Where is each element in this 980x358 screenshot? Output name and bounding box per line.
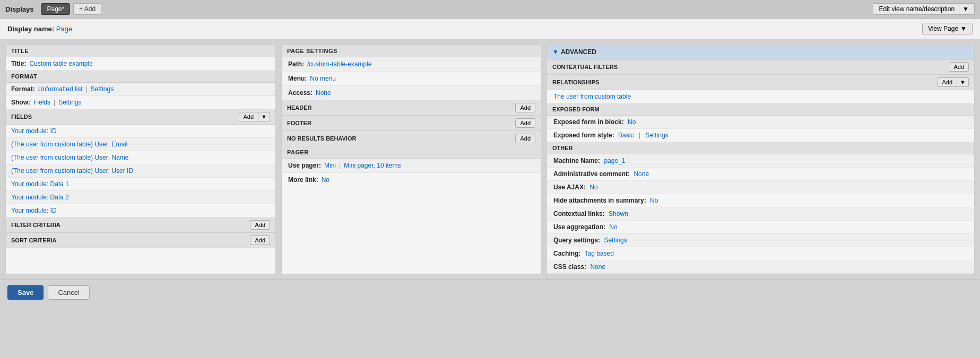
- field-link-6[interactable]: Your module: ID: [11, 207, 57, 214]
- path-row: Path: /custom-table-example: [282, 57, 541, 72]
- relationships-value-link[interactable]: The user from custom table: [547, 90, 974, 103]
- format-settings-link[interactable]: Settings: [91, 85, 114, 93]
- relationships-add-dropdown[interactable]: ▼: [957, 77, 969, 87]
- path-value-link[interactable]: /custom-table-example: [307, 60, 371, 68]
- contextual-filters-add-button[interactable]: Add: [949, 62, 969, 72]
- field-item-6: Your module: ID: [6, 204, 275, 217]
- header-section-header: HEADER Add: [282, 100, 541, 116]
- display-name-text: Display name: Page: [7, 25, 72, 33]
- use-ajax-row: Use AJAX: No: [547, 181, 974, 194]
- main-content: TITLE Title: Custom table example FORMAT…: [0, 39, 980, 280]
- sort-criteria-header: SORT CRITERIA Add: [6, 233, 275, 248]
- format-value-link[interactable]: Unformatted list: [38, 85, 83, 93]
- field-link-0[interactable]: Your module: ID: [11, 127, 57, 135]
- title-value-link[interactable]: Custom table example: [29, 60, 92, 67]
- access-value-link[interactable]: None: [316, 89, 331, 97]
- show-settings-link[interactable]: Settings: [58, 99, 81, 106]
- relationships-section: RELATIONSHIPS Add ▼: [547, 75, 974, 90]
- title-section-header: TITLE: [6, 45, 275, 57]
- display-name-row: Display name: Page View Page ▼: [0, 19, 980, 39]
- contextual-links-link[interactable]: Shown: [609, 210, 628, 217]
- field-link-5[interactable]: Your module: Data 2: [11, 194, 69, 201]
- footer-section-header: FOOTER Add: [282, 116, 541, 131]
- query-settings-link[interactable]: Settings: [604, 237, 627, 244]
- exposed-form-block-link[interactable]: No: [628, 118, 636, 126]
- css-class-row: CSS class: None: [547, 260, 974, 274]
- exposed-form-style-link[interactable]: Basic: [618, 132, 634, 139]
- field-item-2: (The user from custom table) User: Name: [6, 151, 275, 164]
- displays-title: Displays: [5, 5, 33, 13]
- fields-add-button[interactable]: Add: [239, 112, 259, 121]
- add-display-button[interactable]: + Add: [73, 3, 101, 15]
- advanced-header: ▼ ADVANCED: [547, 45, 974, 59]
- field-link-1[interactable]: (The user from custom table) User: Email: [11, 141, 127, 148]
- admin-comment-row: Administrative comment: None: [547, 168, 974, 181]
- format-section-header: FORMAT: [6, 71, 275, 83]
- panel-right: ▼ ADVANCED CONTEXTUAL FILTERS Add RELATI…: [547, 45, 975, 274]
- exposed-form-style-row: Exposed form style: Basic | Settings: [547, 129, 974, 142]
- sort-add-button[interactable]: Add: [250, 235, 270, 245]
- field-link-2[interactable]: (The user from custom table) User: Name: [11, 154, 128, 161]
- format-row: Format: Unformatted list | Settings: [6, 83, 275, 96]
- show-row: Show: Fields | Settings: [6, 96, 275, 109]
- panel-middle: PAGE SETTINGS Path: /custom-table-exampl…: [281, 45, 541, 274]
- save-button[interactable]: Save: [7, 285, 44, 300]
- menu-value-link[interactable]: No menu: [310, 75, 336, 82]
- edit-view-dropdown-arrow[interactable]: ▼: [959, 5, 969, 13]
- view-page-button[interactable]: View Page ▼: [922, 23, 973, 34]
- field-item-0: Your module: ID: [6, 125, 275, 138]
- contextual-filters-section: CONTEXTUAL FILTERS Add: [547, 59, 974, 75]
- contextual-links-row: Contextual links: Shown: [547, 207, 974, 221]
- admin-comment-link[interactable]: None: [634, 170, 649, 178]
- cancel-button[interactable]: Cancel: [48, 285, 89, 300]
- fields-add-dropdown[interactable]: ▼: [258, 112, 270, 121]
- view-page-dropdown-arrow[interactable]: ▼: [960, 25, 967, 32]
- footer-add-button[interactable]: Add: [515, 118, 535, 128]
- field-item-1: (The user from custom table) User: Email: [6, 138, 275, 151]
- caching-link[interactable]: Tag based: [584, 250, 613, 257]
- show-value-link[interactable]: Fields: [33, 99, 50, 106]
- filter-add-button[interactable]: Add: [250, 220, 270, 230]
- pager-header: PAGER: [282, 146, 541, 159]
- page-tab[interactable]: Page*: [41, 3, 70, 15]
- exposed-form-section: EXPOSED FORM: [547, 103, 974, 116]
- access-row: Access: None: [282, 86, 541, 100]
- field-link-4[interactable]: Your module: Data 1: [11, 180, 69, 188]
- hide-attachments-link[interactable]: No: [650, 197, 658, 204]
- use-aggregation-row: Use aggregation: No: [547, 221, 974, 234]
- bottom-bar: Save Cancel: [0, 280, 980, 305]
- panel-left: TITLE Title: Custom table example FORMAT…: [5, 45, 276, 274]
- exposed-form-settings-link[interactable]: Settings: [645, 132, 668, 139]
- use-ajax-link[interactable]: No: [589, 184, 597, 191]
- title-row: Title: Custom table example: [6, 57, 275, 71]
- advanced-triangle-icon: ▼: [552, 48, 559, 56]
- top-bar: Displays Page* + Add Edit view name/desc…: [0, 0, 980, 19]
- header-add-button[interactable]: Add: [515, 103, 535, 112]
- query-settings-row: Query settings: Settings: [547, 234, 974, 247]
- use-pager-row: Use pager: Mini | Mini pager, 10 items: [282, 159, 541, 173]
- pager-mini-link[interactable]: Mini: [324, 162, 336, 169]
- fields-add-group: Add ▼: [239, 112, 270, 121]
- machine-name-link[interactable]: page_1: [604, 157, 625, 164]
- display-name-link[interactable]: Page: [56, 25, 72, 33]
- use-aggregation-link[interactable]: No: [609, 223, 617, 231]
- relationships-add-button[interactable]: Add: [938, 77, 958, 87]
- mini-pager-link[interactable]: Mini pager, 10 items: [344, 162, 401, 169]
- field-item-5: Your module: Data 2: [6, 191, 275, 204]
- caching-row: Caching: Tag based: [547, 247, 974, 260]
- more-link-row: More link: No: [282, 173, 541, 187]
- edit-view-button[interactable]: Edit view name/description ▼: [873, 3, 975, 15]
- filter-criteria-header: FILTER CRITERIA Add: [6, 217, 275, 233]
- no-results-header: NO RESULTS BEHAVIOR Add: [282, 131, 541, 146]
- other-section: OTHER: [547, 142, 974, 154]
- field-item-3: (The user from custom table) User: User …: [6, 164, 275, 178]
- menu-row: Menu: No menu: [282, 72, 541, 86]
- field-link-3[interactable]: (The user from custom table) User: User …: [11, 167, 133, 174]
- css-class-link[interactable]: None: [590, 263, 605, 270]
- machine-name-row: Machine Name: page_1: [547, 154, 974, 168]
- no-results-add-button[interactable]: Add: [515, 134, 535, 143]
- page-settings-header: PAGE SETTINGS: [282, 45, 541, 57]
- exposed-form-block-row: Exposed form in block: No: [547, 116, 974, 129]
- more-link-value[interactable]: No: [322, 176, 329, 184]
- field-item-4: Your module: Data 1: [6, 178, 275, 191]
